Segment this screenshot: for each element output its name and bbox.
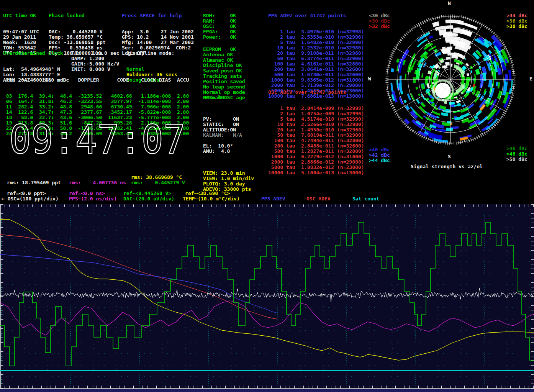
osc-adev-row: 5 tau 4.5174e-010 (n=32990): [268, 116, 364, 122]
osc-adev-row: 2000 tau 2.8868e-012 (n=29000): [268, 159, 364, 165]
status-line: No leap second: [203, 84, 245, 90]
filter-line: PV: ON: [203, 116, 242, 122]
osc-adev-row: 200 tau 2.8488e-011 (n=32600): [268, 143, 364, 149]
receiver-info-line: GPS: 10.2 14 Nov 2001: [122, 34, 194, 40]
strip-chart-plot: [0, 204, 534, 392]
pps-status: PPS: ON: [203, 95, 224, 100]
status-line: Antenna OK: [203, 52, 245, 57]
filter-line: ALTITUDE:ON: [203, 127, 242, 133]
scale-dac: DAC~(20.0 uV/div): [123, 196, 174, 202]
status-line: Position saved: [203, 79, 245, 84]
compass-label-west: W: [368, 76, 371, 82]
plot-legend-osc-adev: OSC ADEV: [306, 196, 331, 202]
status-line: Discipline OK: [203, 63, 245, 68]
rms-osc: rms: 18.795469 ppt: [7, 180, 61, 185]
compass-label-south: S: [448, 154, 451, 159]
health-line: ROM: OK: [203, 13, 236, 18]
rms-pps: rms: 4.007736 ns: [69, 180, 126, 185]
status-line: Normal op mode: [203, 90, 245, 95]
osc-adev-row: 1000 tau 6.2279e-012 (n=31000): [268, 154, 364, 159]
osc-adev-row: 10 tau 2.5266e-010 (n=32980): [268, 122, 364, 127]
view-line: VIEW: 23.0 min: [203, 171, 254, 176]
pps-adev-title: PPS ADEV over 41747 points: [268, 13, 364, 18]
phase-title: Phase locked: [49, 13, 106, 18]
utc-status-title: UTC time OK: [3, 13, 39, 18]
ref-pps: ref=<0.0 ns>: [69, 191, 105, 196]
oscillator-param-line: DAMP: 1.200: [71, 56, 119, 61]
sat-table-row: 03 176.4 39.4↓ 48.4 -3235.52 4602.66 1.1…: [3, 93, 189, 99]
polar-caption: Signal strength vs az/el: [411, 164, 483, 169]
ref-dac: ref~<0.445260 V>: [123, 191, 171, 196]
digital-clock-time: 09:47:07: [9, 116, 185, 160]
rms-temp: rms: 38.669689 °C: [131, 175, 182, 180]
osc-adev-row: 50 tau 7.6019e-011 (n=32900): [268, 133, 364, 138]
health-line: OSC: OK: [203, 24, 236, 29]
discipline-title: Discipline mode:: [126, 51, 177, 56]
signal-strength-polar-map: [375, 5, 526, 156]
mask-line: AMU: 4.0: [203, 149, 233, 154]
dbc-legend-item: >50 dBc: [506, 157, 527, 162]
ref-osc: ref=<0.0 ppt>: [7, 191, 46, 196]
osc-adev-row: 1 tau 2.0414e-009 (n=32998): [268, 106, 364, 111]
phase-line: DAC: 0.445280 V: [49, 29, 106, 34]
pps-adev-row: 50 tau 6.3774e-011 (n=32900): [268, 56, 364, 61]
pps-adev-row: 20 tau 9.9108e-011 (n=32960): [268, 51, 364, 56]
pps-adev-row: 500 tau 1.6730e-011 (n=32000): [268, 72, 364, 77]
scale-osc: ← OSC=(100 ppt/div): [2, 196, 59, 202]
view-line: PLOTQ: 3.0 day: [203, 181, 254, 187]
rms-dac: rms: 0.445279 V: [131, 180, 185, 185]
osc-adev-row: 20 tau 1.4950e-010 (n=32960): [268, 127, 364, 133]
phase-line: Temp: 38.659657 °C: [49, 34, 106, 40]
plot-legend-sat-count: Sat count: [352, 196, 379, 202]
receiver-info-line: App: 3.0 27 Jun 2002: [122, 29, 194, 34]
pps-adev-row: 100 tau 4.6161e-011 (n=32800): [268, 61, 364, 67]
sat-table-row: 06 164.7 31.8↓ 46.2 -3223.55 2877.97 -1.…: [3, 99, 189, 104]
pps-adev-row: 1 tau 3.4976e-010 (n=32998): [268, 29, 364, 34]
health-line: FPGA: OK: [203, 29, 236, 34]
osc-adev-row: 5000 tau 1.0832e-012 (n=23000): [268, 165, 364, 170]
status-line: EEPROM OK: [203, 47, 245, 52]
health-line: RAM: OK: [203, 18, 236, 24]
osc-adev-table: OSC ADEV over 41747 points 1 tau 2.0414e…: [268, 79, 364, 186]
lady-heather-screen: UTC time OK 09:47:07 UTC29 Jan 2011Week:…: [0, 0, 534, 392]
pps-adev-row: 5 tau 1.6482e-010 (n=32990): [268, 40, 364, 45]
osc-adev-row: 500 tau 1.2827e-011 (n=32000): [268, 149, 364, 154]
scale-pps: PPS~(2.0 ns/div): [69, 196, 117, 202]
survey-title: Overdetermined clock: [3, 51, 63, 56]
scale-temp: TEMP~(10.0 m°C/div): [183, 196, 240, 202]
oscillator-param-line: TC: 100.0 sec: [71, 51, 119, 56]
pps-adev-row: 2 tau 2.5353e-010 (n=32996): [268, 34, 364, 40]
filter-line: STATIC: ON: [203, 122, 242, 127]
mask-line: EL: 10.0°: [203, 143, 233, 149]
ref-temp: ref~<38.690 °C>: [185, 191, 230, 196]
compass-label-east: E: [529, 76, 532, 82]
pps-adev-row: 10 tau 1.2532e-010 (n=32980): [268, 45, 364, 51]
status-line: Saved posn OK: [203, 68, 245, 74]
help-title: Press SPACE for help: [122, 13, 194, 18]
osc-adev-title: OSC ADEV over 41747 points: [268, 90, 364, 95]
dbc-legend-item: >44 dBc: [369, 158, 390, 163]
sat-table-row: 14 122.6 34.7↑ 47.3 2377.67 3452.17 -5.8…: [3, 110, 189, 115]
status-line: Almanac OK: [203, 57, 245, 63]
view-line: VIEW: 1.0 min/div: [203, 176, 254, 181]
osc-adev-row: 10000 tau 5.1004e-013 (n=13000): [268, 170, 364, 175]
digital-clock: 09:47:07: [7, 116, 191, 160]
plot-legend-pps-adev: PPS ADEV: [261, 196, 285, 202]
compass-label-north: N: [448, 1, 451, 6]
oscillator-param-line: GAIN:-5.000 Hz/V: [71, 61, 119, 67]
sat-table-row: 11 282.4 33.2↑ 48.8 2948.66 6730.49 7.96…: [3, 104, 189, 110]
utc-status-line: 09:47:07 UTC: [3, 29, 39, 34]
sat-table-header: PRN °AZ °EL dBc DOPPLER CODE CLOCK BIAS …: [3, 77, 189, 83]
osc-adev-row: 100 tau 4.7494e-011 (n=32800): [268, 138, 364, 143]
status-line: Tracking sats: [203, 74, 245, 79]
osc-adev-row: 2 tau 1.0754e-009 (n=32996): [268, 111, 364, 116]
pps-adev-row: 200 tau 3.0641e-011 (n=32600): [268, 67, 364, 72]
utc-status-line: 29 Jan 2011: [3, 34, 39, 40]
